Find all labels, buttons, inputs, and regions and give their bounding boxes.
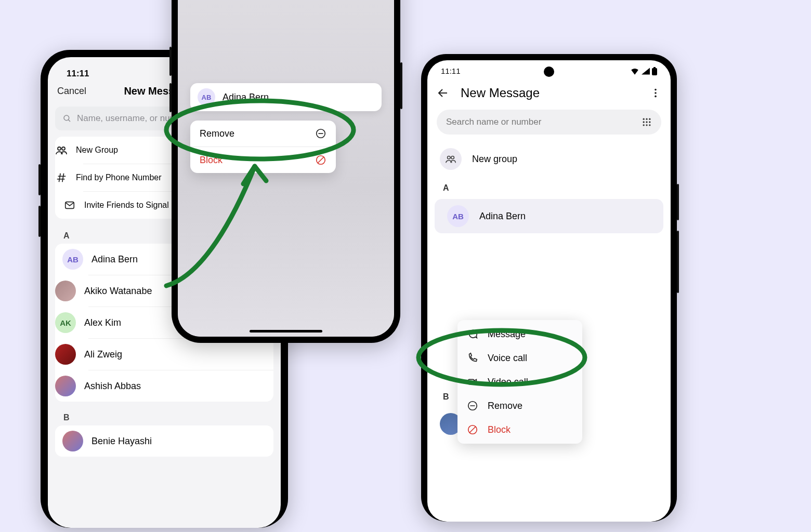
phone-icon: [467, 352, 478, 364]
block-icon: [315, 154, 326, 166]
avatar: AK: [55, 312, 76, 333]
svg-line-6: [59, 174, 60, 182]
svg-point-18: [655, 92, 657, 94]
new-group-button[interactable]: New group: [427, 142, 671, 176]
svg-point-17: [655, 89, 657, 91]
iphone-context-menu-screen: AB Adina Bern Remove Block: [172, 0, 400, 343]
contact-row[interactable]: Benie Hayashi: [55, 425, 273, 457]
selected-contact-chip: AB Adina Bern: [190, 83, 382, 111]
status-time: 11:11: [67, 69, 89, 79]
search-placeholder: Search name or number: [446, 117, 541, 127]
svg-point-25: [649, 121, 650, 123]
svg-point-22: [649, 118, 650, 120]
context-menu: Message Voice call Video call Remove Blo…: [457, 320, 582, 444]
svg-point-21: [646, 118, 647, 120]
remove-icon: [467, 400, 478, 411]
page-title: New Message: [461, 86, 638, 100]
svg-point-20: [643, 118, 645, 120]
remove-button[interactable]: Remove: [457, 394, 582, 418]
remove-icon: [315, 128, 326, 139]
video-call-button[interactable]: Video call: [457, 370, 582, 394]
back-icon[interactable]: [437, 87, 449, 99]
dialpad-icon[interactable]: [642, 117, 652, 127]
block-icon: [467, 424, 478, 435]
context-menu: Remove Block: [190, 121, 336, 173]
android-contacts-screen: 11:11 New Message Search name or number: [421, 54, 677, 522]
more-icon[interactable]: [650, 87, 661, 99]
search-input[interactable]: Search name or number: [437, 110, 661, 135]
svg-point-0: [64, 115, 69, 121]
message-button[interactable]: Message: [457, 322, 582, 346]
block-button[interactable]: Block: [190, 147, 336, 173]
remove-button[interactable]: Remove: [190, 121, 336, 147]
section-header-a: A: [427, 176, 671, 198]
contact-row[interactable]: Ashish Abbas: [88, 370, 273, 402]
svg-line-35: [470, 427, 476, 433]
contact-name: Adina Bern: [223, 92, 269, 103]
group-icon: [440, 148, 462, 170]
contact-row[interactable]: Ali Zweig: [88, 338, 273, 370]
avatar: [55, 376, 76, 396]
camera-cutout: [544, 66, 554, 77]
svg-rect-14: [652, 68, 657, 75]
avatar: AB: [447, 205, 469, 227]
svg-point-2: [58, 147, 61, 150]
hash-icon: [55, 171, 68, 184]
svg-line-1: [69, 120, 70, 122]
avatar: AB: [62, 249, 83, 270]
avatar: [55, 281, 76, 301]
avatar: [55, 344, 76, 365]
mail-icon: [63, 199, 76, 211]
home-indicator: [250, 330, 322, 332]
svg-point-29: [448, 156, 451, 159]
svg-point-19: [655, 96, 657, 98]
svg-line-7: [62, 174, 64, 182]
block-button[interactable]: Block: [457, 418, 582, 442]
battery-icon: [652, 67, 657, 75]
section-header-b: B: [48, 409, 281, 425]
avatar: AB: [198, 88, 215, 106]
svg-point-27: [646, 124, 647, 126]
group-icon: [55, 144, 68, 156]
svg-point-30: [451, 156, 454, 159]
contact-name: Adina Bern: [479, 211, 526, 222]
svg-point-3: [62, 147, 65, 150]
svg-point-24: [646, 121, 647, 123]
contacts-list-b: Benie Hayashi: [55, 425, 273, 457]
svg-point-28: [649, 124, 650, 126]
status-time: 11:11: [441, 66, 461, 75]
contact-row-selected[interactable]: AB Adina Bern: [435, 199, 663, 233]
svg-line-12: [318, 157, 324, 163]
voice-call-button[interactable]: Voice call: [457, 346, 582, 370]
video-icon: [467, 376, 478, 388]
svg-point-26: [643, 124, 645, 126]
search-icon: [62, 114, 72, 123]
avatar: [62, 431, 83, 451]
wifi-icon: [630, 68, 639, 75]
svg-rect-15: [653, 67, 656, 69]
signal-icon: [642, 68, 650, 75]
svg-rect-31: [468, 379, 474, 384]
message-icon: [467, 328, 478, 340]
svg-point-23: [643, 121, 645, 123]
